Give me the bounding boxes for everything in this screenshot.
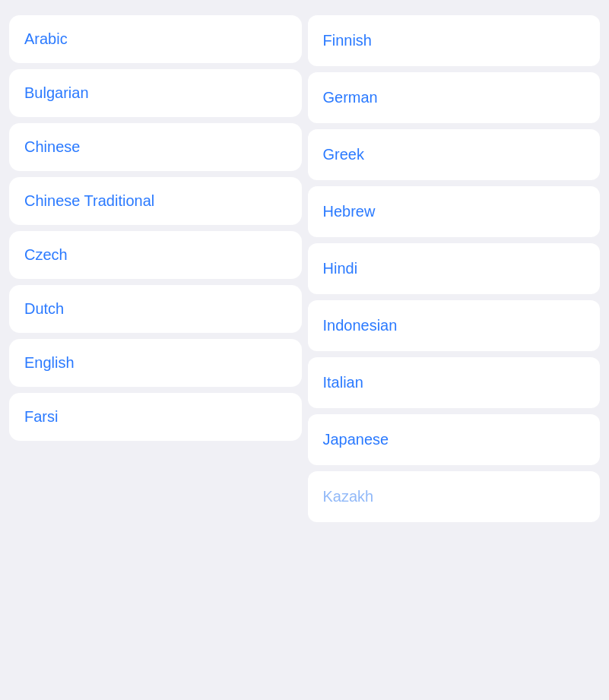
list-item-label: Bulgarian bbox=[24, 84, 89, 101]
list-item[interactable]: Finnish bbox=[308, 15, 601, 66]
list-item-label: Farsi bbox=[24, 408, 58, 425]
right-column: FinnishGermanGreekHebrewHindiIndonesianI… bbox=[308, 15, 601, 685]
list-item[interactable]: Chinese bbox=[9, 123, 302, 171]
list-item-label: Dutch bbox=[24, 300, 64, 317]
list-item[interactable]: Kazakh bbox=[308, 471, 601, 522]
list-item[interactable]: Arabic bbox=[9, 15, 302, 63]
list-item[interactable]: Czech bbox=[9, 231, 302, 279]
list-item-label: Japanese bbox=[323, 431, 389, 448]
left-group: Farsi bbox=[9, 393, 302, 441]
list-item[interactable]: Japanese bbox=[308, 414, 601, 465]
list-item-label: Indonesian bbox=[323, 317, 398, 334]
language-list-container: ArabicBulgarianChineseChinese Traditiona… bbox=[0, 8, 609, 692]
list-item-label: Hindi bbox=[323, 260, 358, 277]
left-group: Chinese Traditional bbox=[9, 177, 302, 225]
list-item-label: German bbox=[323, 89, 378, 106]
left-group: Chinese bbox=[9, 123, 302, 171]
left-group: Bulgarian bbox=[9, 69, 302, 117]
list-item[interactable]: German bbox=[308, 72, 601, 123]
list-item[interactable]: Hebrew bbox=[308, 186, 601, 237]
left-group: Arabic bbox=[9, 15, 302, 63]
list-item-label: English bbox=[24, 354, 75, 371]
list-item-label: Hebrew bbox=[323, 203, 376, 220]
list-item-label: Arabic bbox=[24, 30, 68, 47]
list-item[interactable]: Greek bbox=[308, 129, 601, 180]
list-item[interactable]: Bulgarian bbox=[9, 69, 302, 117]
list-item[interactable]: Farsi bbox=[9, 393, 302, 441]
list-item[interactable]: Dutch bbox=[9, 285, 302, 333]
list-item-label: Chinese Traditional bbox=[24, 192, 154, 209]
left-group: Czech bbox=[9, 231, 302, 279]
left-column: ArabicBulgarianChineseChinese Traditiona… bbox=[9, 15, 302, 685]
list-item[interactable]: Hindi bbox=[308, 243, 601, 294]
list-item[interactable]: English bbox=[9, 339, 302, 387]
list-item-label: Chinese bbox=[24, 138, 80, 155]
left-group: English bbox=[9, 339, 302, 387]
left-group: Dutch bbox=[9, 285, 302, 333]
list-item[interactable]: Chinese Traditional bbox=[9, 177, 302, 225]
list-item[interactable]: Indonesian bbox=[308, 300, 601, 351]
list-item-label: Greek bbox=[323, 146, 364, 163]
list-item-label: Kazakh bbox=[323, 488, 374, 505]
list-item-label: Czech bbox=[24, 246, 68, 263]
list-item-label: Finnish bbox=[323, 32, 372, 49]
list-item-label: Italian bbox=[323, 374, 363, 391]
list-item[interactable]: Italian bbox=[308, 357, 601, 408]
